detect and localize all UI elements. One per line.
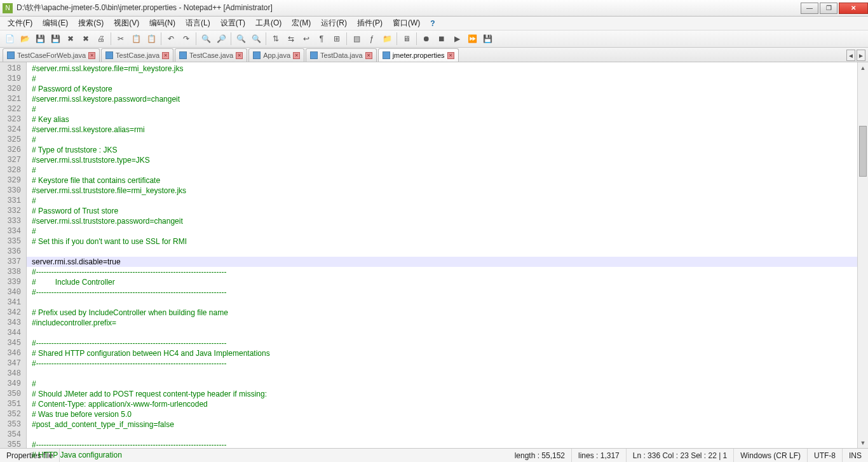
record-icon[interactable]: ⏺ [419,32,433,46]
tab-1[interactable]: TestCase.java× [101,48,173,62]
tab-4[interactable]: TestData.java× [306,48,377,62]
code-line[interactable]: #post_add_content_type_if_missing=false [27,419,857,430]
code-line[interactable] [27,297,857,308]
menu-macro[interactable]: 宏(M) [287,17,316,30]
code-line[interactable]: #---------------------------------------… [27,338,857,348]
play-icon[interactable]: ▶ [450,32,464,46]
tab-2[interactable]: TestCase.java× [175,48,247,62]
zoom-out-icon[interactable]: 🔍 [249,32,263,46]
code-line[interactable]: #server.rmi.ssl.keystore.password=change… [27,94,857,104]
code-line[interactable]: #includecontroller.prefix= [27,318,857,328]
save-all-icon[interactable]: 💾 [48,32,62,46]
function-list-icon[interactable]: ƒ [365,32,379,46]
sync-v-icon[interactable]: ⇅ [269,32,283,46]
code-line[interactable]: # HTTP Java configuration [27,450,857,460]
print-icon[interactable]: 🖨 [94,32,108,46]
maximize-button[interactable]: ❐ [820,3,837,14]
tab-0[interactable]: TestCaseForWeb.java× [3,48,100,62]
code-line[interactable]: # [27,104,857,114]
menu-edit[interactable]: 编辑(E) [37,17,73,30]
code-line[interactable]: # [27,379,857,389]
find-icon[interactable]: 🔍 [199,32,213,46]
save-icon[interactable]: 💾 [33,32,47,46]
code-line[interactable]: # Password of Trust store [27,206,857,216]
close-all-icon[interactable]: ✖ [79,32,93,46]
code-line[interactable]: # Prefix used by IncludeController when … [27,308,857,318]
tab-close-icon[interactable]: × [365,52,372,59]
menu-view[interactable]: 视图(V) [109,17,144,30]
tab-close-icon[interactable]: × [88,52,95,59]
code-line[interactable]: # [27,165,857,175]
code-line[interactable]: #---------------------------------------… [27,287,857,297]
scroll-down-icon[interactable]: ▼ [858,437,868,448]
code-line[interactable]: # [27,135,857,145]
copy-icon[interactable]: 📋 [129,32,143,46]
code-line[interactable]: # Password of Keystore [27,84,857,94]
tab-close-icon[interactable]: × [236,52,243,59]
sync-h-icon[interactable]: ⇆ [284,32,298,46]
code-line[interactable]: # Include Controller [27,277,857,287]
code-line[interactable]: # Key alias [27,114,857,125]
doc-map-icon[interactable]: ▤ [349,32,363,46]
menu-tools[interactable]: 工具(O) [250,17,287,30]
code-line[interactable]: #server.rmi.ssl.keystore.file=rmi_keysto… [27,64,857,74]
menu-settings[interactable]: 设置(T) [215,17,250,30]
monitor-icon[interactable]: 🖥 [400,32,414,46]
code-line[interactable]: # [27,196,857,206]
code-line[interactable]: #---------------------------------------… [27,267,857,277]
code-line[interactable]: # Set this if you don't want to use SSL … [27,236,857,247]
code-line[interactable]: #server.rmi.ssl.truststore.password=chan… [27,216,857,226]
replace-icon[interactable]: 🔎 [214,32,228,46]
code-line[interactable]: #---------------------------------------… [27,358,857,369]
code-line[interactable] [27,369,857,379]
tab-close-icon[interactable]: × [447,52,454,59]
code-line[interactable]: # Type of truststore : JKS [27,145,857,155]
code-line[interactable]: #server.rmi.ssl.truststore.file=rmi_keys… [27,186,857,196]
code-line[interactable]: # Was true before version 5.0 [27,409,857,419]
tab-scroll-left-icon[interactable]: ◄ [846,50,855,61]
close-button[interactable]: ✕ [839,3,868,14]
menu-file[interactable]: 文件(F) [3,17,37,30]
scroll-thumb[interactable] [859,126,867,177]
zoom-in-icon[interactable]: 🔍 [234,32,248,46]
tab-3[interactable]: App.java× [248,48,304,62]
code-line[interactable]: # [27,226,857,236]
stop-record-icon[interactable]: ⏹ [435,32,449,46]
code-area[interactable]: #server.rmi.ssl.keystore.file=rmi_keysto… [27,62,857,448]
menu-run[interactable]: 运行(R) [316,17,352,30]
open-file-icon[interactable]: 📂 [18,32,32,46]
menu-search[interactable]: 搜索(S) [73,17,109,30]
close-file-icon[interactable]: ✖ [64,32,78,46]
redo-icon[interactable]: ↷ [179,32,193,46]
code-line[interactable]: #server.rmi.ssl.truststore.type=JKS [27,155,857,165]
code-line[interactable]: # Shared HTTP configuration between HC4 … [27,348,857,358]
play-multi-icon[interactable]: ⏩ [465,32,479,46]
code-line[interactable] [27,328,857,338]
paste-icon[interactable]: 📋 [144,32,158,46]
tab-close-icon[interactable]: × [293,52,300,59]
minimize-button[interactable]: — [801,3,818,14]
tab-scroll-right-icon[interactable]: ► [857,50,865,61]
menu-language[interactable]: 语言(L) [180,17,215,30]
new-file-icon[interactable]: 📄 [3,32,17,46]
menu-encoding[interactable]: 编码(N) [144,17,180,30]
wrap-icon[interactable]: ↩ [299,32,313,46]
menu-window[interactable]: 窗口(W) [388,17,425,30]
code-line[interactable]: # Content-Type: application/x-www-form-u… [27,399,857,409]
tab-close-icon[interactable]: × [162,52,169,59]
code-line[interactable]: # [27,74,857,84]
tab-5[interactable]: jmeter.properties× [378,48,459,62]
menu-help[interactable]: ? [425,18,440,29]
code-line[interactable]: #---------------------------------------… [27,440,857,450]
code-line[interactable]: # Should JMeter add to POST request cont… [27,389,857,399]
code-line[interactable] [27,430,857,440]
indent-guide-icon[interactable]: ⊞ [330,32,344,46]
save-macro-icon[interactable]: 💾 [480,32,494,46]
code-line[interactable]: server.rmi.ssl.disable=true [27,257,857,267]
all-chars-icon[interactable]: ¶ [315,32,329,46]
scroll-up-icon[interactable]: ▲ [858,62,868,73]
menu-plugins[interactable]: 插件(P) [352,17,388,30]
cut-icon[interactable]: ✂ [114,32,128,46]
folder-tree-icon[interactable]: 📁 [380,32,394,46]
code-line[interactable]: #server.rmi.ssl.keystore.alias=rmi [27,125,857,135]
